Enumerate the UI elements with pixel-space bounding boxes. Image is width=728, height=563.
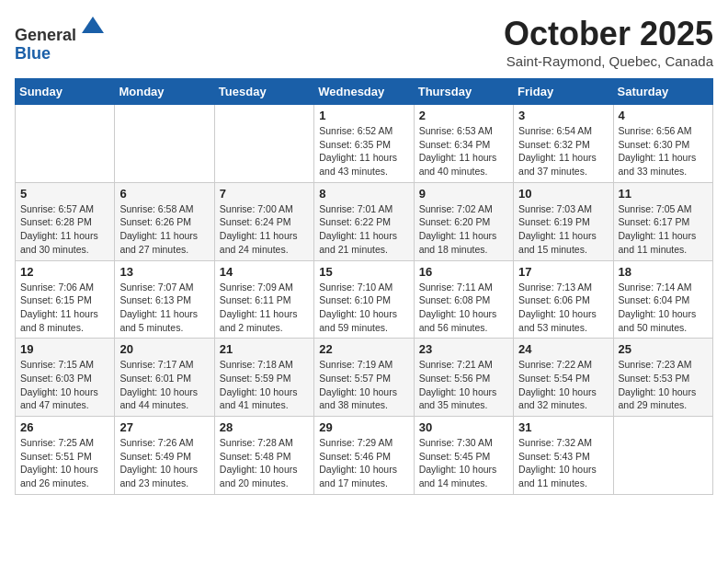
day-info: Sunrise: 7:15 AM Sunset: 6:03 PM Dayligh… [20, 358, 109, 412]
day-info: Sunrise: 7:06 AM Sunset: 6:15 PM Dayligh… [20, 281, 109, 335]
day-info: Sunrise: 7:17 AM Sunset: 6:01 PM Dayligh… [119, 358, 209, 412]
calendar-cell: 16Sunrise: 7:11 AM Sunset: 6:08 PM Dayli… [414, 260, 513, 339]
month-title: October 2025 [504, 15, 713, 53]
calendar-cell: 2Sunrise: 6:53 AM Sunset: 6:34 PM Daylig… [414, 105, 513, 183]
day-info: Sunrise: 7:25 AM Sunset: 5:51 PM Dayligh… [20, 436, 109, 490]
day-number: 20 [119, 342, 209, 356]
day-info: Sunrise: 7:29 AM Sunset: 5:46 PM Dayligh… [319, 436, 408, 490]
calendar-cell: 27Sunrise: 7:26 AM Sunset: 5:49 PM Dayli… [115, 417, 214, 495]
weekday-header-monday: Monday [115, 79, 214, 105]
day-number: 3 [518, 109, 608, 122]
calendar-week-row: 1Sunrise: 6:52 AM Sunset: 6:35 PM Daylig… [16, 105, 713, 183]
calendar-cell: 18Sunrise: 7:14 AM Sunset: 6:04 PM Dayli… [613, 260, 712, 339]
day-info: Sunrise: 7:26 AM Sunset: 5:49 PM Dayligh… [119, 436, 209, 490]
day-info: Sunrise: 6:57 AM Sunset: 6:28 PM Dayligh… [20, 202, 109, 257]
day-number: 23 [419, 342, 508, 356]
day-number: 16 [419, 265, 508, 279]
calendar-cell: 26Sunrise: 7:25 AM Sunset: 5:51 PM Dayli… [16, 417, 115, 495]
calendar-cell: 23Sunrise: 7:21 AM Sunset: 5:56 PM Dayli… [414, 339, 513, 417]
calendar-cell [613, 417, 712, 495]
calendar-cell: 24Sunrise: 7:22 AM Sunset: 5:54 PM Dayli… [514, 339, 613, 417]
calendar-cell: 21Sunrise: 7:18 AM Sunset: 5:59 PM Dayli… [214, 339, 313, 417]
page-header: General Blue October 2025 Saint-Raymond,… [15, 15, 713, 69]
calendar-cell: 13Sunrise: 7:07 AM Sunset: 6:13 PM Dayli… [115, 260, 214, 339]
day-number: 6 [119, 187, 209, 201]
calendar-week-row: 5Sunrise: 6:57 AM Sunset: 6:28 PM Daylig… [16, 182, 713, 260]
day-info: Sunrise: 7:22 AM Sunset: 5:54 PM Dayligh… [518, 358, 608, 412]
logo-blue: Blue [15, 44, 51, 63]
calendar-cell: 30Sunrise: 7:30 AM Sunset: 5:45 PM Dayli… [414, 417, 513, 495]
calendar-cell: 6Sunrise: 6:58 AM Sunset: 6:26 PM Daylig… [115, 182, 214, 260]
logo: General Blue [15, 15, 106, 63]
day-info: Sunrise: 7:13 AM Sunset: 6:06 PM Dayligh… [518, 281, 608, 335]
day-info: Sunrise: 7:01 AM Sunset: 6:22 PM Dayligh… [319, 202, 408, 257]
weekday-header-sunday: Sunday [16, 79, 115, 105]
weekday-header-thursday: Thursday [414, 79, 513, 105]
calendar-cell: 1Sunrise: 6:52 AM Sunset: 6:35 PM Daylig… [314, 105, 414, 183]
calendar-cell: 19Sunrise: 7:15 AM Sunset: 6:03 PM Dayli… [16, 339, 115, 417]
calendar-cell: 22Sunrise: 7:19 AM Sunset: 5:57 PM Dayli… [314, 339, 414, 417]
day-number: 27 [119, 420, 209, 434]
location-subtitle: Saint-Raymond, Quebec, Canada [504, 53, 713, 69]
day-info: Sunrise: 7:32 AM Sunset: 5:43 PM Dayligh… [518, 436, 608, 490]
day-info: Sunrise: 7:07 AM Sunset: 6:13 PM Dayligh… [119, 281, 209, 335]
day-number: 25 [619, 342, 708, 356]
day-info: Sunrise: 7:09 AM Sunset: 6:11 PM Dayligh… [220, 281, 309, 335]
calendar-cell [115, 105, 214, 183]
day-number: 8 [319, 187, 408, 201]
day-info: Sunrise: 7:19 AM Sunset: 5:57 PM Dayligh… [319, 358, 408, 412]
calendar-week-row: 12Sunrise: 7:06 AM Sunset: 6:15 PM Dayli… [16, 260, 713, 339]
day-number: 30 [419, 420, 508, 434]
day-info: Sunrise: 7:10 AM Sunset: 6:10 PM Dayligh… [319, 281, 408, 335]
title-area: October 2025 Saint-Raymond, Quebec, Cana… [504, 15, 713, 69]
day-number: 24 [518, 342, 608, 356]
day-number: 29 [319, 420, 408, 434]
calendar-cell: 9Sunrise: 7:02 AM Sunset: 6:20 PM Daylig… [414, 182, 513, 260]
calendar-cell: 20Sunrise: 7:17 AM Sunset: 6:01 PM Dayli… [115, 339, 214, 417]
logo-general: General [15, 26, 76, 44]
weekday-header-wednesday: Wednesday [314, 79, 414, 105]
day-number: 31 [518, 420, 608, 434]
day-info: Sunrise: 7:18 AM Sunset: 5:59 PM Dayligh… [220, 358, 309, 412]
calendar-cell: 17Sunrise: 7:13 AM Sunset: 6:06 PM Dayli… [514, 260, 613, 339]
calendar-cell: 25Sunrise: 7:23 AM Sunset: 5:53 PM Dayli… [613, 339, 712, 417]
calendar-cell: 14Sunrise: 7:09 AM Sunset: 6:11 PM Dayli… [214, 260, 313, 339]
day-info: Sunrise: 7:02 AM Sunset: 6:20 PM Dayligh… [419, 202, 508, 257]
calendar-cell: 29Sunrise: 7:29 AM Sunset: 5:46 PM Dayli… [314, 417, 414, 495]
weekday-header-friday: Friday [514, 79, 613, 105]
weekday-header-saturday: Saturday [613, 79, 712, 105]
day-number: 17 [518, 265, 608, 279]
day-number: 12 [20, 265, 109, 279]
day-info: Sunrise: 7:11 AM Sunset: 6:08 PM Dayligh… [419, 281, 508, 335]
calendar-cell: 31Sunrise: 7:32 AM Sunset: 5:43 PM Dayli… [514, 417, 613, 495]
calendar-cell: 28Sunrise: 7:28 AM Sunset: 5:48 PM Dayli… [214, 417, 313, 495]
day-info: Sunrise: 7:14 AM Sunset: 6:04 PM Dayligh… [619, 281, 708, 335]
day-number: 2 [419, 109, 508, 122]
day-info: Sunrise: 7:28 AM Sunset: 5:48 PM Dayligh… [220, 436, 309, 490]
day-number: 21 [220, 342, 309, 356]
weekday-header-row: SundayMondayTuesdayWednesdayThursdayFrid… [16, 79, 713, 105]
day-number: 15 [319, 265, 408, 279]
calendar-cell: 8Sunrise: 7:01 AM Sunset: 6:22 PM Daylig… [314, 182, 414, 260]
calendar-cell [214, 105, 313, 183]
calendar-cell: 3Sunrise: 6:54 AM Sunset: 6:32 PM Daylig… [514, 105, 613, 183]
day-info: Sunrise: 6:52 AM Sunset: 6:35 PM Dayligh… [319, 124, 408, 178]
day-info: Sunrise: 7:05 AM Sunset: 6:17 PM Dayligh… [619, 202, 708, 257]
calendar-table: SundayMondayTuesdayWednesdayThursdayFrid… [15, 78, 713, 495]
day-number: 14 [220, 265, 309, 279]
day-number: 9 [419, 187, 508, 201]
calendar-cell: 12Sunrise: 7:06 AM Sunset: 6:15 PM Dayli… [16, 260, 115, 339]
day-number: 5 [20, 187, 109, 201]
calendar-cell: 4Sunrise: 6:56 AM Sunset: 6:30 PM Daylig… [613, 105, 712, 183]
day-number: 10 [518, 187, 608, 201]
calendar-cell [16, 105, 115, 183]
day-number: 28 [220, 420, 309, 434]
day-number: 19 [20, 342, 109, 356]
day-number: 11 [619, 187, 708, 201]
calendar-cell: 11Sunrise: 7:05 AM Sunset: 6:17 PM Dayli… [613, 182, 712, 260]
day-number: 4 [619, 109, 708, 122]
calendar-cell: 7Sunrise: 7:00 AM Sunset: 6:24 PM Daylig… [214, 182, 313, 260]
day-info: Sunrise: 6:53 AM Sunset: 6:34 PM Dayligh… [419, 124, 508, 178]
day-info: Sunrise: 7:21 AM Sunset: 5:56 PM Dayligh… [419, 358, 508, 412]
calendar-week-row: 26Sunrise: 7:25 AM Sunset: 5:51 PM Dayli… [16, 417, 713, 495]
